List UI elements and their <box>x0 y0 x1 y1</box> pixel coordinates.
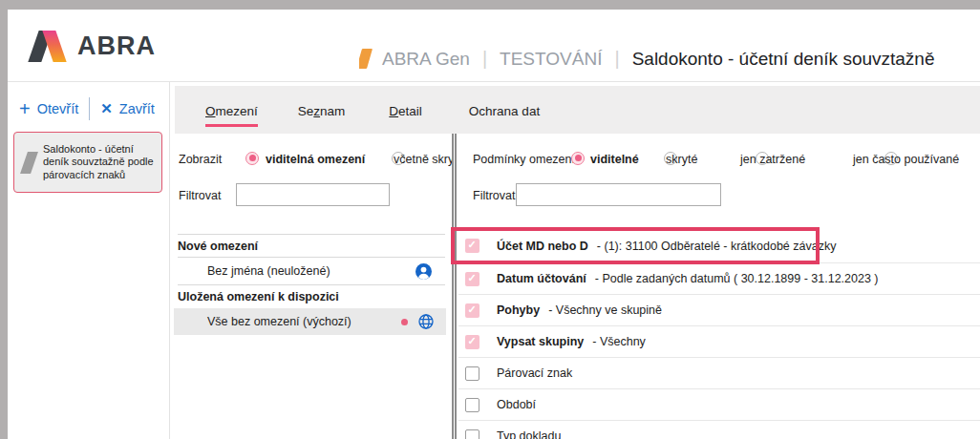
close-button[interactable]: ✕ Zavřít <box>100 100 155 117</box>
breadcrumb-environment: TESTOVÁNÍ <box>500 49 602 70</box>
radio-visible-restrictions[interactable] <box>245 152 259 165</box>
tab-seznam[interactable]: Seznam <box>298 104 346 127</box>
saved-restriction-label: Vše bez omezení (výchozí) <box>207 315 352 328</box>
condition-row-pohyby[interactable]: Pohyby - Všechny ve skupině <box>458 295 980 326</box>
checkbox-checked-icon[interactable] <box>465 239 479 253</box>
radio-conditions-hidden-label: skryté <box>666 153 697 166</box>
condition-row-vypsat-skupiny[interactable]: Vypsat skupiny - Všechny <box>458 326 980 358</box>
show-label: Zobrazit <box>179 153 222 166</box>
checkbox-unchecked-icon[interactable] <box>465 366 479 381</box>
checkbox-checked-icon[interactable] <box>465 272 479 286</box>
sidebar: + Otevřít ✕ Zavřít Saldokonto - účetní d… <box>8 82 170 439</box>
conditions-panel: Podmínky omezení viditelné skryté jen za… <box>457 134 980 439</box>
divider <box>178 257 445 258</box>
conditions-filter-input[interactable] <box>516 183 721 206</box>
restrictions-filter-input[interactable] <box>236 183 390 206</box>
slash-icon <box>20 152 38 174</box>
breadcrumb-app: ABRA Gen <box>382 49 470 70</box>
divider <box>178 284 445 285</box>
tab-detail[interactable]: Detail <box>389 104 422 127</box>
checkbox-unchecked-icon[interactable] <box>465 429 479 439</box>
tab-ochrana-dat[interactable]: Ochrana dat <box>469 104 540 127</box>
main-area: Omezení Seznam Detail Ochrana dat Zobraz… <box>170 82 980 439</box>
app-header: ABRA ABRA Gen | TESTOVÁNÍ | Saldokonto -… <box>8 10 980 82</box>
unsaved-restriction-row[interactable]: Bez jména (neuložené) <box>170 260 445 282</box>
omezeni-content: Zobrazit viditelná omezení včetně skrytý… <box>170 134 980 439</box>
radio-including-hidden-label: včetně skrytých <box>394 153 452 166</box>
conditions-list: Účet MD nebo D - (1): 31100 Odběratelé -… <box>458 229 980 439</box>
abra-logo-icon <box>29 31 69 62</box>
radio-conditions-checked-only-label: jen zatržené <box>740 153 805 166</box>
unsaved-restriction-label: Bez jména (neuložené) <box>207 264 330 278</box>
close-icon: ✕ <box>100 100 113 117</box>
conditions-filter-label: Filtrovat <box>473 189 515 202</box>
tab-bar: Omezení Seznam Detail Ochrana dat <box>175 86 980 134</box>
filter-label: Filtrovat <box>179 189 221 202</box>
tab-omezeni[interactable]: Omezení <box>205 104 258 127</box>
user-icon <box>415 263 432 280</box>
radio-conditions-visible-label: viditelné <box>590 153 639 166</box>
window-frame-top <box>0 0 980 10</box>
abra-logo: ABRA <box>29 31 156 62</box>
checkbox-checked-icon[interactable] <box>465 303 479 318</box>
slash-icon <box>359 49 373 69</box>
saved-restriction-row-selected[interactable]: Vše bez omezení (výchozí) <box>174 308 446 335</box>
plus-icon: + <box>19 102 31 115</box>
globe-icon <box>418 314 434 329</box>
checkbox-checked-icon[interactable] <box>465 335 479 349</box>
breadcrumb-separator: | <box>614 48 619 70</box>
saved-restrictions-header: Uložená omezení k dispozici <box>178 290 339 303</box>
condition-row-ucet-md-nebo-d[interactable]: Účet MD nebo D - (1): 31100 Odběratelé -… <box>458 229 980 263</box>
default-dot-icon <box>401 319 408 325</box>
radio-visible-restrictions-label: viditelná omezení <box>266 153 365 166</box>
open-window-card[interactable]: Saldokonto - účetní deník souvztažně pod… <box>13 132 162 193</box>
open-button[interactable]: + Otevřít <box>19 101 78 116</box>
radio-conditions-often-used-label: jen často používané <box>853 153 959 166</box>
condition-row-obdobi[interactable]: Období <box>458 389 980 421</box>
condition-row-datum-uctovani[interactable]: Datum účtování - Podle zadaných datumů (… <box>458 263 980 295</box>
condition-row-typ-dokladu[interactable]: Typ dokladu <box>458 421 980 439</box>
toolbar-divider <box>89 97 90 120</box>
restrictions-list-panel: Zobrazit viditelná omezení včetně skrytý… <box>170 134 452 439</box>
new-restriction-header: Nové omezení <box>178 240 258 253</box>
radio-conditions-visible[interactable] <box>571 152 585 165</box>
divider <box>178 234 445 235</box>
sidebar-toolbar: + Otevřít ✕ Zavřít <box>19 97 155 120</box>
brand-name: ABRA <box>77 31 156 61</box>
conditions-label: Podmínky omezení <box>473 153 575 166</box>
window-frame-left <box>0 10 8 439</box>
breadcrumb: ABRA Gen | TESTOVÁNÍ | Saldokonto - účet… <box>359 48 980 70</box>
condition-row-parovaci-znak[interactable]: Párovací znak <box>458 358 980 389</box>
open-window-card-title: Saldokonto - účetní deník souvztažně pod… <box>43 143 156 182</box>
breadcrumb-separator: | <box>482 48 487 70</box>
page-title: Saldokonto - účetní deník souvztažně <box>632 49 935 70</box>
checkbox-unchecked-icon[interactable] <box>465 398 479 412</box>
